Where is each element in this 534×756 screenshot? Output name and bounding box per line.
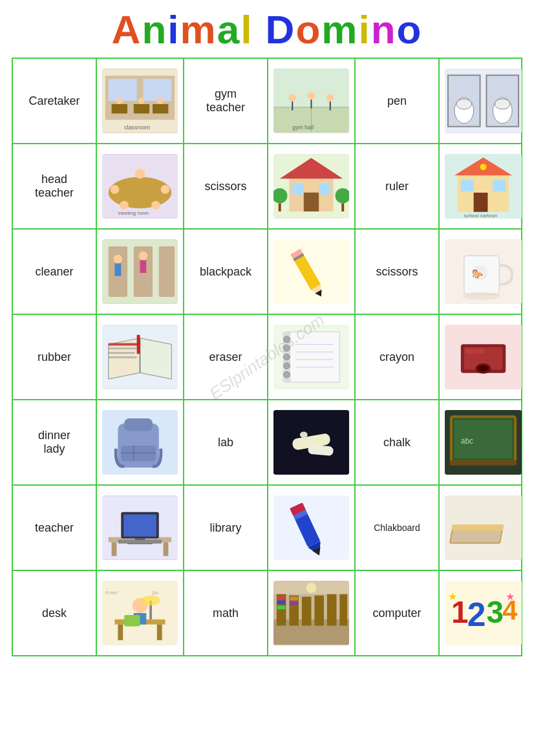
page-title: Animal Domino — [112, 6, 423, 52]
grid-row: desk — [13, 571, 521, 655]
svg-text:E=mc²: E=mc² — [105, 590, 119, 595]
cell-rubber-label: rubber — [13, 315, 97, 399]
svg-rect-139 — [118, 625, 123, 640]
cell-math-label: math — [184, 571, 268, 655]
grid-container: Caretaker — [12, 58, 522, 656]
svg-rect-54 — [461, 180, 474, 191]
cell-caretaker-label: Caretaker — [13, 59, 97, 143]
svg-rect-105 — [124, 418, 153, 431]
cell-crayon-label: crayon — [356, 315, 440, 399]
svg-point-36 — [161, 185, 170, 194]
cell-desk-label: desk — [13, 571, 97, 655]
svg-rect-64 — [115, 263, 122, 276]
cell-library-label: library — [184, 486, 268, 570]
svg-rect-66 — [140, 260, 147, 273]
grid-row: cleaner — [13, 230, 521, 315]
cell-library-room-img — [268, 571, 356, 655]
cell-eraser-label: eraser — [184, 315, 268, 399]
cell-headteacher-img: meeting room — [97, 144, 184, 228]
svg-point-89 — [284, 345, 290, 351]
svg-text:3: 3 — [486, 595, 503, 629]
svg-point-101 — [478, 365, 489, 372]
cell-scissors-school-img — [268, 144, 356, 228]
cell-chalk-label: chalk — [356, 400, 440, 484]
svg-rect-120 — [112, 542, 117, 556]
cell-backpack-img — [97, 400, 184, 484]
cell-computer-desk-img — [97, 486, 184, 570]
svg-rect-153 — [302, 597, 312, 626]
cell-chalkboard-img: abc — [440, 400, 527, 484]
svg-point-65 — [139, 252, 148, 261]
cell-pen-label: pen — [356, 59, 440, 143]
svg-rect-126 — [118, 540, 162, 544]
svg-text:🐎: 🐎 — [472, 268, 484, 279]
svg-rect-143 — [124, 615, 140, 627]
svg-text:∫dx: ∫dx — [152, 590, 159, 596]
svg-point-31 — [495, 99, 510, 109]
cell-ruler-school-img: school cartoon — [440, 144, 527, 228]
svg-rect-123 — [123, 515, 156, 537]
svg-rect-160 — [290, 597, 298, 601]
svg-rect-102 — [465, 349, 485, 354]
svg-rect-47 — [279, 203, 281, 211]
svg-point-20 — [326, 94, 334, 102]
svg-rect-5 — [134, 104, 149, 114]
grid-row: Caretaker — [13, 59, 521, 144]
svg-rect-3 — [143, 79, 171, 101]
svg-rect-6 — [153, 104, 168, 114]
svg-rect-53 — [474, 193, 488, 212]
svg-rect-158 — [277, 601, 286, 605]
svg-rect-135 — [451, 524, 504, 531]
cell-lab-label: lab — [184, 400, 268, 484]
cell-notebook-img — [268, 315, 356, 399]
cell-cleaner-img — [97, 230, 184, 314]
svg-point-33 — [109, 177, 172, 208]
svg-point-37 — [120, 200, 129, 210]
svg-point-56 — [480, 164, 487, 170]
cell-blackpack-label: blackpack — [184, 230, 268, 314]
svg-point-8 — [138, 98, 145, 104]
svg-rect-49 — [341, 203, 344, 211]
cell-gymteacher-img: gym hall — [268, 59, 356, 143]
cell-dinnerlady-label: dinner lady — [13, 400, 97, 484]
cell-numbers-img: 1 2 3 4 ★ ★ — [440, 571, 527, 655]
svg-rect-80 — [109, 343, 140, 346]
svg-rect-156 — [339, 594, 347, 626]
cell-chalk-pieces-img — [268, 400, 356, 484]
svg-text:school cartoon: school cartoon — [464, 213, 498, 219]
svg-point-9 — [157, 98, 164, 104]
svg-rect-86 — [286, 332, 340, 382]
domino-grid: Caretaker — [12, 58, 522, 656]
cell-rubber-img — [97, 315, 184, 399]
svg-point-34 — [135, 169, 145, 179]
svg-point-90 — [284, 354, 290, 360]
svg-point-77 — [462, 292, 501, 300]
cell-teacher-label: teacher — [13, 486, 97, 570]
cell-desk-scene-img: E=mc² ∫dx — [97, 571, 184, 655]
svg-text:meeting room: meeting room — [118, 210, 149, 216]
svg-rect-121 — [164, 542, 169, 556]
svg-point-91 — [284, 363, 290, 369]
svg-rect-82 — [109, 352, 135, 354]
svg-rect-155 — [327, 594, 337, 626]
cell-headteacher-label: head teacher — [13, 144, 97, 228]
svg-point-145 — [141, 596, 160, 606]
svg-rect-140 — [157, 625, 162, 640]
svg-rect-84 — [137, 335, 140, 354]
svg-point-162 — [306, 583, 317, 593]
svg-point-92 — [284, 371, 290, 378]
svg-rect-154 — [314, 596, 324, 626]
svg-rect-161 — [290, 601, 298, 605]
cell-cleaner-label: cleaner — [13, 230, 97, 314]
svg-rect-136 — [451, 531, 502, 543]
svg-point-7 — [116, 98, 122, 104]
svg-rect-159 — [277, 605, 286, 609]
svg-text:★: ★ — [448, 591, 457, 602]
svg-rect-117 — [450, 460, 517, 466]
grid-row: head teacher meeting room — [13, 144, 521, 230]
svg-point-18 — [308, 92, 315, 100]
cell-gymteacher-label: gym teacher — [184, 59, 268, 143]
svg-rect-62 — [159, 246, 175, 297]
svg-point-16 — [288, 94, 296, 102]
svg-rect-81 — [109, 347, 137, 349]
